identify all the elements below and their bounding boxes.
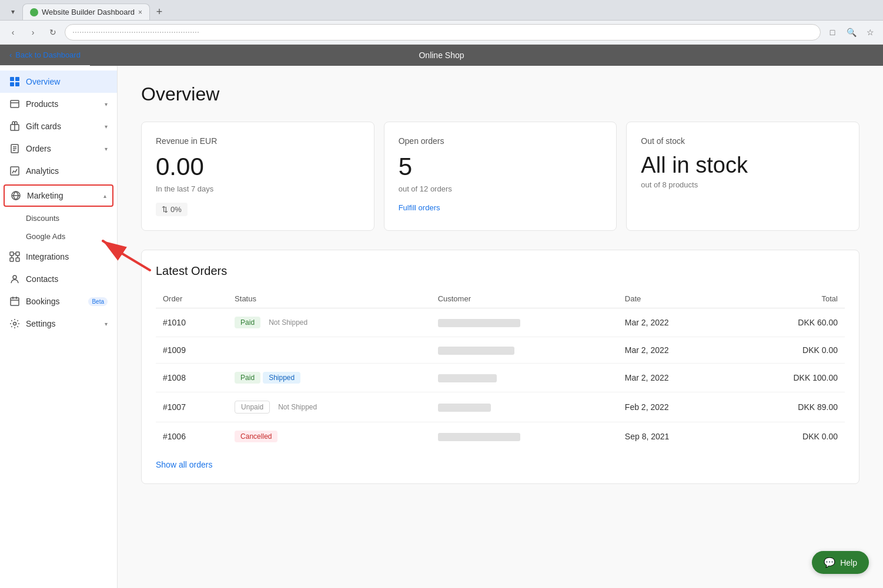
stat-cards: Revenue in EUR 0.00 In the last 7 days ⇅… bbox=[141, 122, 859, 231]
order-status bbox=[228, 337, 431, 364]
order-date: Mar 2, 2022 bbox=[618, 364, 731, 392]
show-all-orders-link[interactable]: Show all orders bbox=[156, 460, 213, 469]
col-total: Total bbox=[731, 290, 845, 308]
settings-icon bbox=[9, 318, 20, 329]
svg-point-27 bbox=[14, 322, 16, 325]
revenue-card: Revenue in EUR 0.00 In the last 7 days ⇅… bbox=[141, 122, 374, 231]
bookmark-icon[interactable]: ☆ bbox=[862, 24, 878, 41]
orders-title: Latest Orders bbox=[156, 264, 845, 278]
settings-label: Settings bbox=[26, 319, 99, 328]
order-id: #1008 bbox=[156, 364, 228, 392]
order-total: DKK 100.00 bbox=[731, 364, 845, 392]
products-label: Products bbox=[26, 99, 99, 109]
col-order: Order bbox=[156, 290, 228, 308]
orders-label: Orders bbox=[26, 144, 99, 153]
status-badge: Not Shipped bbox=[272, 401, 323, 413]
overview-icon bbox=[9, 76, 20, 87]
sidebar-item-gift-cards[interactable]: Gift cards ▾ bbox=[0, 115, 117, 137]
help-button[interactable]: 💬 Help bbox=[812, 551, 869, 574]
products-chevron-icon: ▾ bbox=[105, 101, 108, 107]
table-row[interactable]: #1009████████████████Mar 2, 2022DKK 0.00 bbox=[156, 337, 845, 364]
fulfill-orders-link[interactable]: Fulfill orders bbox=[399, 203, 440, 212]
sidebar-item-bookings[interactable]: Bookings Beta bbox=[0, 290, 117, 313]
app-body: Overview Products ▾ bbox=[0, 66, 883, 588]
forward-button[interactable]: › bbox=[25, 24, 41, 41]
marketing-icon bbox=[11, 190, 21, 201]
table-row[interactable]: #1006Cancelled████████████████Sep 8, 202… bbox=[156, 422, 845, 451]
orders-table: Order Status Customer Date Total #1010Pa… bbox=[156, 290, 845, 451]
back-to-dashboard-label: Back to Dashboard bbox=[15, 51, 81, 59]
col-customer: Customer bbox=[431, 290, 618, 308]
back-button[interactable]: ‹ bbox=[5, 24, 21, 41]
integrations-icon bbox=[9, 251, 20, 262]
tab-dropdown[interactable]: ▾ bbox=[5, 4, 21, 20]
analytics-label: Analytics bbox=[26, 166, 108, 176]
order-total: DKK 89.00 bbox=[731, 392, 845, 422]
discounts-label: Discounts bbox=[26, 214, 59, 223]
marketing-label: Marketing bbox=[27, 191, 98, 200]
settings-chevron-icon: ▾ bbox=[105, 321, 108, 327]
open-orders-card: Open orders 5 out of 12 orders Fulfill o… bbox=[384, 122, 617, 231]
bookings-label: Bookings bbox=[26, 297, 82, 306]
bookings-beta-badge: Beta bbox=[88, 297, 108, 306]
order-total: DKK 0.00 bbox=[731, 422, 845, 451]
browser-chrome: ▾ Website Builder Dashboard × + bbox=[0, 0, 883, 21]
orders-table-body: #1010PaidNot Shipped████████████████Mar … bbox=[156, 308, 845, 451]
order-date: Mar 2, 2022 bbox=[618, 337, 731, 364]
gift-cards-icon bbox=[9, 121, 20, 132]
svg-rect-18 bbox=[16, 258, 19, 261]
svg-rect-16 bbox=[16, 252, 19, 256]
sidebar-item-analytics[interactable]: Analytics bbox=[0, 160, 117, 182]
back-chevron-icon: ‹ bbox=[9, 51, 12, 59]
revenue-change: ⇅ 0% bbox=[156, 203, 188, 216]
out-of-stock-card: Out of stock All in stock out of 8 produ… bbox=[626, 122, 859, 231]
out-of-stock-sub: out of 8 products bbox=[641, 180, 845, 189]
status-badge: Cancelled bbox=[235, 431, 277, 442]
change-arrows-icon: ⇅ bbox=[162, 205, 168, 214]
sidebar-item-overview[interactable]: Overview bbox=[0, 70, 117, 93]
table-row[interactable]: #1008PaidShipped████████Mar 2, 2022DKK 1… bbox=[156, 364, 845, 392]
sidebar-item-marketing[interactable]: Marketing ▴ bbox=[4, 184, 113, 207]
svg-rect-2 bbox=[10, 82, 14, 86]
back-to-dashboard-link[interactable]: ‹ Back to Dashboard bbox=[0, 45, 90, 66]
order-status: UnpaidNot Shipped bbox=[228, 392, 431, 422]
help-label: Help bbox=[840, 558, 857, 567]
order-customer: ████████████████ bbox=[431, 337, 618, 364]
integrations-label: Integrations bbox=[26, 252, 108, 261]
status-badge: Unpaid bbox=[235, 401, 270, 414]
app-container: ‹ Back to Dashboard Online Shop Overview bbox=[0, 45, 883, 588]
sidebar-subitem-google-ads[interactable]: Google Ads bbox=[0, 227, 117, 246]
svg-rect-4 bbox=[11, 100, 19, 107]
table-row[interactable]: #1007UnpaidNot Shipped████████Feb 2, 202… bbox=[156, 392, 845, 422]
order-id: #1010 bbox=[156, 308, 228, 337]
order-status: PaidShipped bbox=[228, 364, 431, 392]
order-date: Sep 8, 2021 bbox=[618, 422, 731, 451]
revenue-title: Revenue in EUR bbox=[156, 136, 360, 146]
browser-tab-active[interactable]: Website Builder Dashboard × bbox=[22, 4, 150, 20]
sidebar-item-orders[interactable]: Orders ▾ bbox=[0, 137, 117, 160]
sidebar-item-integrations[interactable]: Integrations bbox=[0, 246, 117, 268]
tab-title: Website Builder Dashboard bbox=[42, 8, 135, 16]
table-row[interactable]: #1010PaidNot Shipped████████████████Mar … bbox=[156, 308, 845, 337]
new-tab-button[interactable]: + bbox=[151, 4, 168, 20]
contacts-icon bbox=[9, 274, 20, 284]
tab-close-btn[interactable]: × bbox=[138, 8, 142, 16]
order-date: Feb 2, 2022 bbox=[618, 392, 731, 422]
refresh-button[interactable]: ↻ bbox=[45, 24, 61, 41]
contacts-label: Contacts bbox=[26, 274, 108, 284]
open-orders-sub: out of 12 orders bbox=[399, 184, 603, 193]
tab-favicon bbox=[30, 8, 38, 16]
sidebar-item-settings[interactable]: Settings ▾ bbox=[0, 313, 117, 335]
status-badge: Shipped bbox=[263, 372, 300, 384]
gift-cards-chevron-icon: ▾ bbox=[105, 123, 108, 130]
zoom-icon[interactable]: 🔍 bbox=[843, 24, 859, 41]
order-total: DKK 0.00 bbox=[731, 337, 845, 364]
sidebar-item-contacts[interactable]: Contacts bbox=[0, 268, 117, 290]
sidebar: Overview Products ▾ bbox=[0, 66, 118, 588]
address-bar[interactable]: ⋯⋯⋯⋯⋯⋯⋯⋯⋯⋯⋯⋯⋯⋯⋯⋯⋯⋯ bbox=[65, 24, 821, 41]
svg-rect-1 bbox=[15, 77, 19, 81]
order-id: #1007 bbox=[156, 392, 228, 422]
sidebar-item-products[interactable]: Products ▾ bbox=[0, 93, 117, 115]
extension-icon[interactable]: □ bbox=[824, 24, 841, 41]
sidebar-subitem-discounts[interactable]: Discounts bbox=[0, 209, 117, 227]
